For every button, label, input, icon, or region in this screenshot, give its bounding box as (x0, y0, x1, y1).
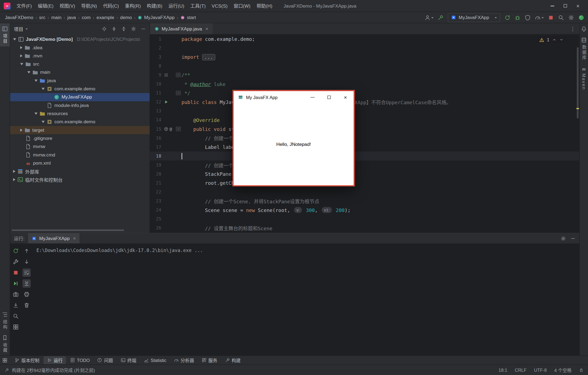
tree-chevron-icon[interactable] (20, 63, 23, 65)
project-options-button[interactable] (131, 26, 136, 31)
menubar-item[interactable]: 运行(U) (166, 0, 187, 12)
code-editor[interactable]: 1package com.example.demo;23import ...89… (150, 35, 579, 233)
caret-position[interactable]: 18:1 (498, 367, 507, 373)
console-wrench-button[interactable] (11, 258, 20, 266)
project-tree-row[interactable]: .gitignore (10, 134, 149, 142)
breadcrumb-item[interactable]: mstart (179, 14, 197, 21)
tab-close-icon[interactable]: × (205, 26, 208, 32)
console-search-button[interactable] (11, 312, 20, 320)
project-tree-row[interactable]: .idea (10, 44, 149, 52)
menubar-item[interactable]: 导航(N) (78, 0, 100, 12)
console-resume-button[interactable] (11, 279, 20, 288)
editor-tab[interactable]: C MyJavaFXApp.java × (150, 23, 213, 34)
console-scrollend-button[interactable] (22, 279, 30, 288)
console-printer-button[interactable] (22, 290, 30, 299)
run-options-button[interactable] (561, 236, 566, 241)
console-down-button[interactable] (22, 258, 30, 266)
console-up-button[interactable] (22, 247, 30, 255)
breadcrumb-item[interactable]: java (66, 14, 77, 21)
tree-chevron-icon[interactable] (42, 121, 45, 123)
toolwindow-button-branch[interactable]: 版本控制 (11, 356, 43, 364)
expand-all-button[interactable] (111, 26, 117, 31)
tree-chevron-icon[interactable] (20, 129, 22, 132)
project-tree-row[interactable]: src (10, 60, 149, 68)
prev-problem-icon[interactable] (552, 38, 557, 42)
doc-render-icon[interactable] (164, 73, 169, 77)
console-camera-button[interactable] (11, 290, 20, 299)
project-tree-row[interactable]: JavaFXDemo [Demo]D:\IDEAProjects\JCNCPro… (10, 35, 149, 44)
settings-button[interactable] (568, 14, 574, 20)
tree-chevron-icon[interactable] (13, 178, 15, 181)
profiler-button[interactable] (535, 14, 544, 20)
breadcrumb-item[interactable]: com (81, 14, 92, 21)
toolwindow-button-hammer[interactable]: 构建 (222, 356, 244, 364)
user-menu-button[interactable] (424, 14, 433, 20)
window-close-button[interactable]: × (571, 0, 584, 12)
overrides-icon[interactable] (164, 127, 169, 131)
project-tree-row[interactable]: mvnw (10, 143, 149, 151)
build-project-button[interactable] (438, 14, 444, 20)
window-maximize-button[interactable] (559, 0, 572, 12)
inspections-widget[interactable]: 1 (536, 36, 566, 43)
menubar-item[interactable]: 编辑(E) (35, 0, 56, 12)
run-config-combo[interactable]: MyJavaFXApp (448, 13, 500, 22)
project-tree-row[interactable]: java (10, 76, 149, 85)
console-stopsq-button[interactable] (11, 269, 20, 277)
menubar-item[interactable]: 帮助(H) (253, 0, 275, 12)
menubar-item[interactable]: 重构(R) (122, 0, 144, 12)
tree-chevron-icon[interactable] (42, 88, 45, 90)
menubar-item[interactable]: 构建(B) (144, 0, 165, 12)
project-tree-row[interactable]: 外部库 (10, 167, 149, 176)
breadcrumb-item[interactable]: CMyJavaFXApp (137, 14, 176, 21)
console-rerun-button[interactable] (11, 247, 20, 255)
tree-chevron-icon[interactable] (20, 46, 22, 49)
stripe-structure-button[interactable]: 结构 (0, 309, 10, 332)
project-tree-row[interactable]: com.example.demo (10, 118, 149, 126)
toolwindow-button-todo[interactable]: TODO (67, 357, 93, 364)
javafx-titlebar[interactable]: My JavaFX App × (234, 91, 354, 103)
indent-style[interactable]: 4 个空格 (554, 367, 571, 373)
project-tree-row[interactable]: resources (10, 109, 149, 118)
menubar-item[interactable]: VCS(S) (209, 0, 230, 12)
tree-chevron-icon[interactable] (20, 54, 22, 57)
javafx-maximize-button[interactable] (321, 91, 337, 103)
javafx-minimize-button[interactable] (304, 91, 321, 103)
collapse-all-button[interactable] (121, 26, 126, 31)
debug-button[interactable] (514, 14, 520, 20)
menubar-item[interactable]: 窗口(W) (231, 0, 253, 12)
hide-run-panel-button[interactable] (570, 236, 575, 241)
console-wrap-button[interactable] (22, 269, 30, 277)
stripe-bookmark-button[interactable]: 收藏 (0, 332, 10, 355)
horizontal-scrollbar[interactable] (12, 229, 124, 231)
breadcrumb-item[interactable]: example (95, 14, 115, 21)
project-tree-row[interactable]: module-info.java (10, 101, 149, 109)
lock-icon[interactable] (579, 368, 584, 372)
project-tree-row[interactable]: CMyJavaFXApp (10, 93, 149, 101)
menubar-item[interactable]: 文件(F) (14, 0, 35, 12)
menubar-item[interactable]: 代码(C) (100, 0, 122, 12)
fold-marker-icon[interactable]: − (176, 73, 181, 77)
tree-chevron-icon[interactable] (35, 79, 38, 82)
toolwindow-button-problems[interactable]: 问题 (94, 356, 117, 364)
breadcrumb-item[interactable]: src (38, 14, 47, 21)
search-everywhere-button[interactable] (558, 14, 564, 20)
project-tree-row[interactable]: .mvn (10, 52, 149, 60)
breadcrumb-item[interactable]: main (50, 14, 63, 21)
tree-chevron-icon[interactable] (27, 71, 30, 73)
rerun-button[interactable] (504, 14, 510, 20)
project-tree-row[interactable]: 临时文件和控制台 (10, 176, 149, 184)
javafx-close-button[interactable]: × (337, 91, 354, 103)
console-output[interactable]: E:\Downloads\CodesDownloads\jdk\jdk-17.0… (32, 244, 579, 356)
console-trash-button[interactable] (22, 301, 30, 309)
line-separator[interactable]: CRLF (515, 367, 526, 373)
project-tree-row[interactable]: mvnw.cmd (10, 151, 149, 159)
tree-chevron-icon[interactable] (35, 112, 38, 115)
coverage-button[interactable] (525, 14, 531, 20)
window-minimize-button[interactable] (546, 0, 559, 12)
toolwindow-button-services[interactable]: 服务 (198, 356, 221, 364)
stripe-db-button[interactable]: 数据库 (580, 35, 588, 63)
console-download-button[interactable] (11, 301, 20, 309)
project-tree-row[interactable]: target (10, 126, 149, 134)
fold-marker-icon[interactable]: − (176, 91, 181, 95)
plugin-orb-button[interactable] (578, 14, 584, 20)
